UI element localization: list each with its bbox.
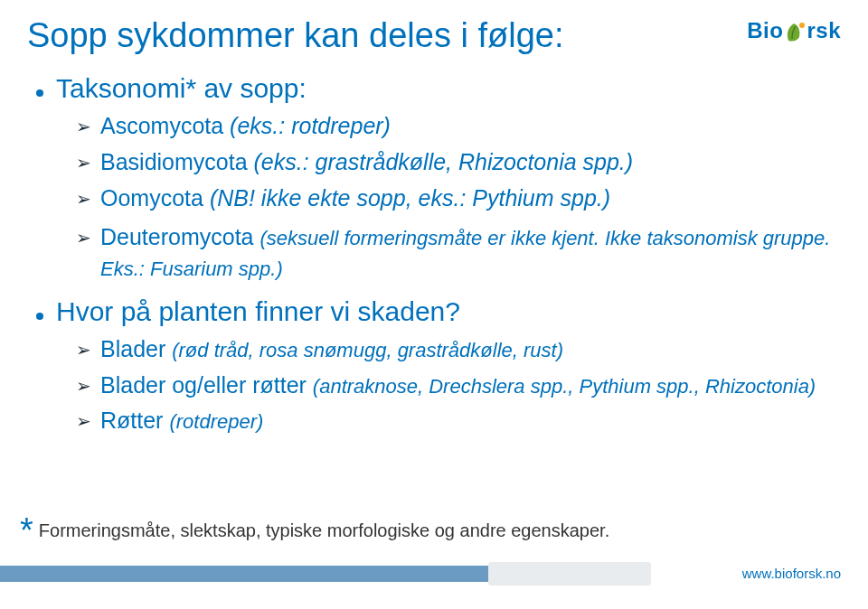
list-item: ➢ Røtter (rotdreper) [76,406,841,436]
item-note: (eks.: rotdreper) [230,113,391,138]
list-item: ➢ Blader (rød tråd, rosa snømugg, grastr… [76,334,841,365]
item-name: Oomycota [100,185,210,211]
skaden-list: ➢ Blader (rød tråd, rosa snømugg, grastr… [76,334,841,436]
content: Taksonomi* av sopp: ➢ Ascomycota (eks.: … [27,73,841,436]
bullet-icon [36,89,43,97]
item-name: Blader [100,336,172,361]
taksonomi-list: ➢ Ascomycota (eks.: rotdreper) ➢ Basidio… [76,111,841,284]
footer-stripe-light [488,562,651,586]
page-title: Sopp sykdommer kan deles i følge: [27,16,841,55]
footer-url: www.bioforsk.no [742,566,841,581]
footnote: * Formeringsmåte, slektskap, typiske mor… [20,513,609,548]
section-skaden: Hvor på planten finner vi skaden? [36,296,841,327]
item-note: (NB! ikke ekte sopp, eks.: Pythium spp.) [210,185,610,211]
list-item: ➢ Oomycota (NB! ikke ekte sopp, eks.: Py… [76,183,841,214]
list-item: ➢ Ascomycota (eks.: rotdreper) [76,111,841,142]
list-item: ➢ Basidiomycota (eks.: grastrådkølle, Rh… [76,147,841,178]
item-text: Blader og/eller røtter (antraknose, Drec… [100,370,816,401]
arrow-icon: ➢ [76,410,91,432]
logo-part1: Bio [747,18,783,42]
svg-point-0 [799,23,805,28]
arrow-icon: ➢ [76,339,91,361]
item-note: (antraknose, Drechslera spp., Pythium sp… [313,375,816,398]
footnote-text: Formeringsmåte, slektskap, typiske morfo… [39,520,609,541]
arrow-icon: ➢ [76,188,91,210]
bullet-icon [36,313,43,320]
leaf-icon [783,21,807,44]
list-item: ➢ Blader og/eller røtter (antraknose, Dr… [76,370,841,401]
arrow-icon: ➢ [76,116,91,137]
list-item: ➢ Deuteromycota (seksuell formeringsmåte… [76,222,841,284]
item-name: Basidiomycota [100,149,254,174]
logo-text: Biorsk [747,18,841,44]
item-note: (rød tråd, rosa snømugg, grastrådkølle, … [172,339,563,361]
item-text: Røtter (rotdreper) [100,406,263,436]
item-name: Blader og/eller røtter [100,372,313,398]
item-name: Deuteromycota [100,224,259,249]
arrow-icon: ➢ [76,375,91,397]
item-text: Blader (rød tråd, rosa snømugg, grastråd… [100,334,563,365]
arrow-icon: ➢ [76,152,91,173]
item-name: Ascomycota [100,113,230,138]
logo-part2: rsk [807,18,841,42]
item-note: (eks.: grastrådkølle, Rhizoctonia spp.) [254,149,634,174]
footer-bar: www.bioforsk.no [0,557,868,589]
item-text: Deuteromycota (seksuell formeringsmåte e… [100,222,841,284]
item-text: Ascomycota (eks.: rotdreper) [100,111,391,142]
footnote-mark: * [20,513,33,548]
item-text: Basidiomycota (eks.: grastrådkølle, Rhiz… [100,147,633,178]
section-taksonomi: Taksonomi* av sopp: [36,73,841,104]
section-heading: Taksonomi* av sopp: [56,73,307,104]
section-heading: Hvor på planten finner vi skaden? [56,296,460,327]
slide: Biorsk Sopp sykdommer kan deles i følge:… [0,0,868,609]
footer-stripe-blue [0,566,506,582]
arrow-icon: ➢ [76,227,91,248]
item-note: (rotdreper) [169,410,263,433]
item-text: Oomycota (NB! ikke ekte sopp, eks.: Pyth… [100,183,610,214]
bioforsk-logo: Biorsk [747,18,841,44]
item-name: Røtter [100,408,169,433]
